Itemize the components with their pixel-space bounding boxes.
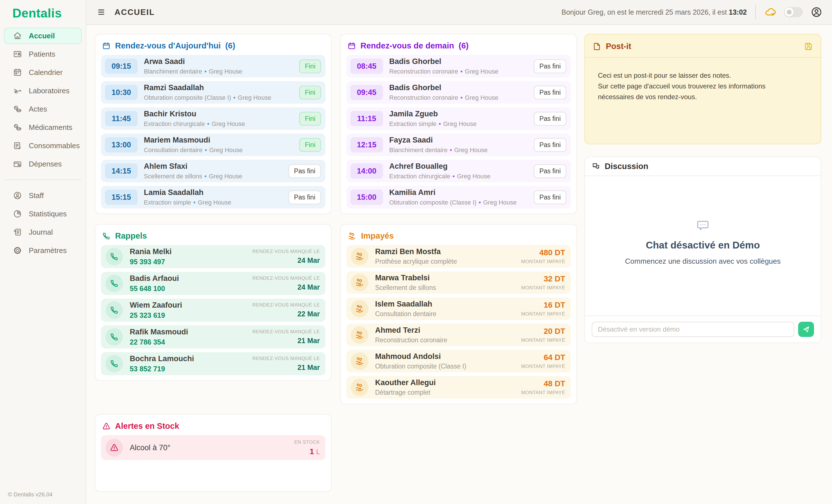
appointment-row[interactable]: 14:00 Achref BouallegExtraction chirurgi… (346, 160, 571, 182)
postit-header: Post-it (585, 34, 821, 58)
send-button[interactable] (798, 322, 814, 337)
unpaid-row[interactable]: Kaouther AlleguiDétartrage complet 48 DT… (346, 376, 571, 399)
status-badge[interactable]: Fini (299, 59, 321, 73)
wallet-icon (13, 160, 22, 168)
sidebar-item-parametres[interactable]: Paramètres (4, 242, 82, 259)
patient-name: Bochra Lamouchi (130, 355, 194, 363)
appointment-row[interactable]: 08:45 Badis GhorbelReconstruction corona… (346, 55, 571, 78)
dot-separator: • (450, 146, 452, 153)
unpaid-row[interactable]: Islem SaadallahConsultation dentaire 16 … (346, 298, 571, 320)
treatment: Scellement de sillons (144, 173, 202, 180)
appointment-row[interactable]: 15:15 Lamia SaadallahExtraction simple•G… (101, 186, 326, 208)
stock-quantity: 1 L (310, 447, 320, 456)
patient-name: Bachir Kristou (144, 110, 245, 118)
status-badge[interactable]: Pas fini (534, 86, 566, 100)
treatment: Extraction chirurgicale (144, 120, 205, 127)
treatment: Détartrage complet (375, 389, 431, 396)
appointment-row[interactable]: 14:15 Ahlem SfaxiScellement de sillons•G… (101, 160, 326, 182)
reminder-row[interactable]: Wiem Zaafouri25 323 619 RENDEZ-VOUS MANQ… (101, 299, 326, 322)
appointment-row[interactable]: 09:15 Arwa SaadiBlanchiment dentaire•Gre… (101, 55, 326, 78)
reminder-row[interactable]: Rania Melki95 393 497 RENDEZ-VOUS MANQUÉ… (101, 245, 326, 268)
unpaid-row[interactable]: Mahmoud AndolsiObturation composite (Cla… (346, 350, 571, 372)
appointment-row[interactable]: 10:30 Ramzi SaadallahObturation composit… (101, 81, 326, 104)
appointment-row[interactable]: 11:45 Bachir KristouExtraction chirurgic… (101, 107, 326, 130)
doctor: Greg House (198, 199, 231, 206)
sidebar-item-accueil[interactable]: Accueil (4, 28, 82, 44)
sidebar-item-label: Actes (29, 105, 47, 114)
sidebar-item-consommables[interactable]: Consommables (4, 138, 82, 154)
treatment: Extraction chirurgicale (389, 173, 450, 180)
postit-title: Post-it (606, 42, 631, 51)
status-badge[interactable]: Pas fini (534, 59, 566, 73)
theme-toggle[interactable] (784, 7, 803, 17)
cloud-off-icon[interactable] (764, 6, 777, 18)
postit-note-text[interactable]: Ceci est un post-it pour se laisser des … (585, 58, 821, 115)
appointment-time: 09:45 (350, 85, 383, 100)
patient-name: Rania Melki (130, 247, 172, 256)
reminder-row[interactable]: Rafik Masmoudi22 786 354 RENDEZ-VOUS MAN… (101, 326, 326, 348)
status-badge[interactable]: Pas fini (288, 164, 321, 178)
missed-date: 21 Mar (297, 337, 320, 344)
appointment-details: Consultation dentaire•Greg House (144, 146, 242, 153)
appointment-row[interactable]: 11:15 Jamila ZguebExtraction simple•Greg… (346, 107, 571, 130)
sidebar-item-staff[interactable]: Staff (4, 187, 82, 204)
unpaid-row[interactable]: Marwa TrabelsiScellement de sillons 32 D… (346, 271, 571, 294)
reminder-row[interactable]: Bochra Lamouchi53 852 719 RENDEZ-VOUS MA… (101, 352, 326, 375)
sidebar-item-actes[interactable]: Actes (4, 101, 82, 117)
appointment-time: 08:45 (350, 59, 383, 74)
sidebar-item-medicaments[interactable]: Médicaments (4, 119, 82, 136)
doctor: Greg House (238, 94, 271, 101)
treatment: Extraction simple (389, 120, 437, 127)
sidebar-item-label: Paramètres (29, 246, 67, 255)
treatment: Consultation dentaire (144, 146, 203, 153)
status-badge[interactable]: Pas fini (534, 164, 566, 178)
reminder-row[interactable]: Badis Arfaoui55 648 100 RENDEZ-VOUS MANQ… (101, 272, 326, 295)
missed-label: RENDEZ-VOUS MANQUÉ LE (253, 276, 320, 281)
appointment-row[interactable]: 12:15 Fayza SaadiBlanchiment dentaire•Gr… (346, 134, 571, 156)
status-badge[interactable]: Fini (299, 138, 321, 152)
status-badge[interactable]: Fini (299, 86, 321, 100)
treatment: Obturation composite (Classe I) (375, 363, 466, 370)
unpaid-row[interactable]: Ramzi Ben MostfaProthèse acrylique compl… (346, 245, 571, 268)
topbar: ACCUEIL Bonjour Greg, on est le mercredi… (86, 0, 832, 25)
chat-bubbles-icon (592, 162, 600, 171)
patient-name: Marwa Trabelsi (375, 274, 436, 282)
appointment-row[interactable]: 15:00 Kamilia AmriObturation composite (… (346, 186, 571, 208)
missed-label: RENDEZ-VOUS MANQUÉ LE (253, 249, 320, 254)
appointment-time: 11:45 (105, 111, 138, 126)
appointment-row[interactable]: 13:00 Mariem MasmoudiConsultation dentai… (101, 134, 326, 156)
status-badge[interactable]: Pas fini (288, 191, 321, 204)
sidebar-item-patients[interactable]: Patients (4, 46, 82, 62)
status-badge[interactable]: Pas fini (534, 112, 566, 125)
today-appointments-card: Rendez-vous d'Aujourd'hui (6) 09:15 Arwa… (95, 34, 332, 214)
patient-name: Achref Boualleg (389, 162, 491, 171)
treatment: Obturation composite (Classe I) (144, 94, 231, 101)
product-name: Alcool à 70° (130, 443, 170, 452)
status-badge[interactable]: Pas fini (534, 138, 566, 152)
status-badge[interactable]: Fini (299, 112, 321, 125)
status-badge[interactable]: Pas fini (534, 191, 566, 204)
sidebar-item-statistiques[interactable]: Statistiques (4, 206, 82, 222)
user-profile-icon[interactable] (811, 6, 823, 18)
sidebar-item-depenses[interactable]: Dépenses (4, 156, 82, 172)
sidebar-item-calendrier[interactable]: Calendrier (4, 64, 82, 81)
sidebar-item-journal[interactable]: Journal (4, 224, 82, 240)
tomorrow-count: (6) (459, 41, 468, 50)
treatment: Blanchiment dentaire (144, 68, 202, 75)
doctor: Greg House (209, 173, 242, 180)
user-circle-icon (13, 191, 22, 200)
pie-chart-icon (13, 209, 22, 218)
checklist-icon (13, 141, 22, 150)
home-icon (13, 31, 22, 40)
sidebar-item-laboratoires[interactable]: Laboratoires (4, 83, 82, 99)
doctor: Greg House (209, 146, 243, 153)
discussion-input-bar (585, 315, 821, 342)
unpaid-label: MONTANT IMPAYÉ (521, 311, 565, 317)
chat-input[interactable] (592, 322, 794, 337)
save-icon[interactable] (804, 42, 813, 51)
hamburger-menu-icon[interactable] (97, 7, 107, 17)
unpaid-row[interactable]: Ahmed TerziReconstruction coronaire 20 D… (346, 324, 571, 346)
appointment-row[interactable]: 09:45 Badis GhorbelReconstruction corona… (346, 81, 571, 104)
stock-alert-row[interactable]: Alcool à 70° EN STOCK1 L (101, 435, 326, 460)
missed-date: 21 Mar (297, 363, 320, 371)
